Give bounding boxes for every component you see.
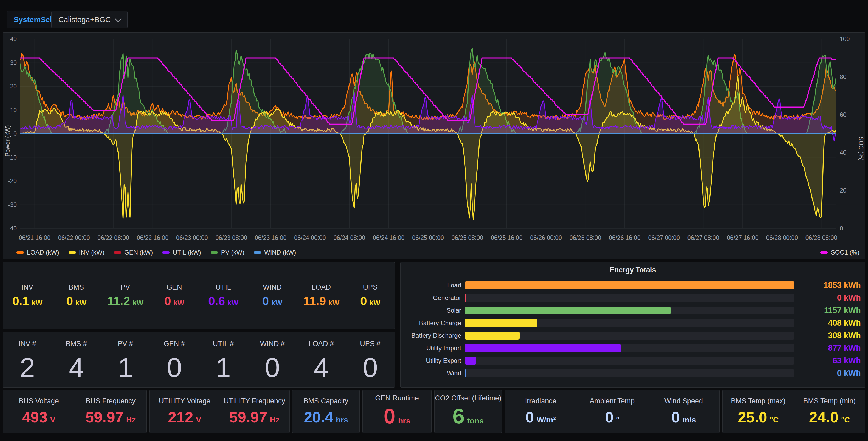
x-tick: 06/22 16:00 [137,234,169,241]
y-left-tick: 40 [10,36,17,42]
legend-swatch [162,251,169,254]
energy-totals-panel: Energy Totals Load1853 kWhGenerator0 kWh… [400,262,865,388]
stat-gen-runtime: GEN Runtime0hrs [363,390,431,433]
stat-count-value: 0 [363,350,378,384]
legend-item-util[interactable]: UTIL (kW) [162,249,201,256]
stats-count-panel: INV #2BMS #4PV #1GEN #0UTIL #1WIND #0LOA… [3,332,395,388]
stat-bms-capacity: BMS Capacity20.4hrs [292,390,360,433]
gen-runtime-grid: GEN Runtime0hrs [363,390,431,433]
legend-item-wind[interactable]: WIND (kW) [254,249,296,256]
timeseries-chart: 403020100-10-20-30-4010080604020006/21 1… [3,33,865,259]
stat-bms: BMS0kW [52,262,101,329]
x-tick: 06/24 16:00 [373,234,405,241]
energy-row-value: 308 kWh [801,331,861,340]
stat-bus-frequency: BUS Frequency59.97Hz [75,390,147,433]
bus-panel: BUS Voltage493VBUS Frequency59.97Hz [3,390,147,433]
stat-value: 212V [168,408,201,426]
system-select-dropdown[interactable]: Calistoga+BGC [51,11,128,28]
legend-item-load[interactable]: LOAD (kW) [17,249,59,256]
energy-row-utility-import: Utility Import877 kWh [404,342,861,354]
stat-label: UTILITY Voltage [159,397,211,405]
legend-item-soc1[interactable]: SOC1 (%) [820,249,859,256]
stat-value: 0kW [66,294,87,308]
energy-bar [465,357,476,365]
x-tick: 06/21 16:00 [19,234,51,241]
stat-label: WIND # [260,340,285,348]
stat-irradiance: Irradiance0W/m² [505,390,576,433]
stat-count-value: 4 [314,350,329,384]
stat-wind: WIND0kW [248,262,297,329]
stat-label: UTIL [216,283,231,291]
stat-label: UPS [363,283,378,291]
stat-value: 0kW [262,294,282,308]
stat-wind-count: WIND #0 [248,332,297,387]
x-tick: 06/23 00:00 [176,234,208,241]
energy-row-label: Battery Charge [404,319,461,327]
energy-row-solar: Solar1157 kWh [404,304,861,317]
energy-row-label: Battery Discharge [404,332,461,339]
stat-label: BMS [69,283,84,291]
y-right-tick: 60 [840,112,846,118]
stat-label: BMS # [66,340,87,348]
stat-count-value: 0 [167,350,182,384]
stat-label: GEN Runtime [375,394,419,402]
bms-temp-panel: BMS Temp (max)25.0°CBMS Temp (min)24.0°C [722,390,865,433]
x-tick: 06/27 00:00 [648,234,680,241]
environment-panel: Irradiance0W/m²Ambient Temp0°Wind Speed0… [505,390,720,433]
legend-swatch [68,251,76,254]
energy-row-value: 408 kWh [801,318,861,328]
stat-label: UTILITY Frequency [224,397,285,405]
stat-value: 493V [22,408,56,426]
y-left-tick: 0 [13,130,17,137]
stat-util: UTIL0.6kW [199,262,248,329]
legend-item-pv[interactable]: PV (kW) [211,249,244,256]
stat-co2-offset-lifetime: CO2 Offset (Lifetime)6tons [435,390,502,433]
stat-label: LOAD # [309,340,334,348]
stat-value: 0kW [164,294,184,308]
stat-label: UPS # [360,340,380,348]
energy-bar [465,319,537,327]
energy-row-label: Wind [404,370,461,377]
stats-kw-grid: INV0.1kWBMS0kWPV11.2kWGEN0kWUTIL0.6kWWIN… [3,262,395,329]
stats-kw-panel: INV0.1kWBMS0kWPV11.2kWGEN0kWUTIL0.6kWWIN… [3,262,395,329]
stat-bms-temp-min: BMS Temp (min)24.0°C [794,390,865,433]
energy-bar-track [465,281,795,289]
stat-inv-count: INV #2 [3,332,52,387]
energy-row-label: Utility Import [404,345,461,352]
co2-offset-grid: CO2 Offset (Lifetime)6tons [435,390,502,433]
stat-value: 11.9kW [303,294,339,308]
stat-label: BUS Voltage [19,397,59,405]
legend-item-inv[interactable]: INV (kW) [68,249,104,256]
environment-grid: Irradiance0W/m²Ambient Temp0°Wind Speed0… [505,390,719,433]
gen-runtime-panel: GEN Runtime0hrs [362,390,432,433]
dashboard: { "header": { "system_select_label": "Sy… [0,0,868,441]
bms-temp-grid: BMS Temp (max)25.0°CBMS Temp (min)24.0°C [722,390,865,433]
stat-ups: UPS0kW [346,262,395,329]
energy-row-label: Utility Export [404,357,461,365]
co2-offset-panel: CO2 Offset (Lifetime)6tons [434,390,502,433]
energy-bar [465,344,621,352]
y-right-tick: 20 [840,187,846,194]
x-tick: 06/26 16:00 [609,234,641,241]
stat-value: 0.1kW [12,294,42,308]
bms-capacity-panel: BMS Capacity20.4hrs [292,390,360,433]
legend-item-gen[interactable]: GEN (kW) [114,249,153,256]
energy-row-value: 1853 kWh [801,281,861,290]
energy-bar-track [465,357,795,365]
legend-swatch [114,251,121,254]
y-right-tick: 0 [840,225,843,232]
stat-inv: INV0.1kW [3,262,52,329]
stat-count-value: 0 [265,350,280,384]
stat-label: Wind Speed [664,397,703,405]
energy-bar-track [465,344,795,352]
energy-row-label: Generator [404,294,461,302]
energy-row-battery-charge: Battery Charge408 kWh [404,317,861,329]
x-tick: 06/24 08:00 [334,234,366,241]
energy-bar-track [465,369,795,377]
energy-row-value: 877 kWh [801,343,861,353]
stat-count-value: 4 [69,350,84,384]
x-tick: 06/26 08:00 [569,234,601,241]
energy-bar-track [465,319,795,327]
energy-row-utility-export: Utility Export63 kWh [404,354,861,367]
stat-util-count: UTIL #1 [199,332,248,387]
